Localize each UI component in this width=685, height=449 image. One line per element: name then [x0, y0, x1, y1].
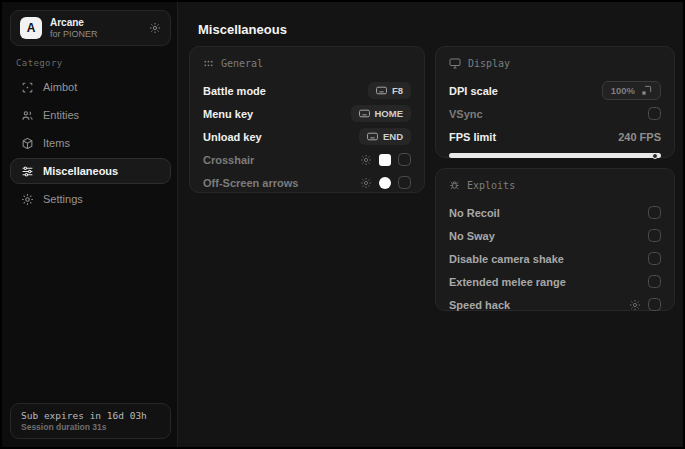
fps-slider-thumb[interactable]	[652, 153, 658, 159]
speed-hack-config-gear-icon[interactable]	[629, 299, 641, 311]
menu-key-keybind[interactable]: HOME	[351, 105, 412, 122]
unload-key-keybind[interactable]: END	[359, 128, 411, 145]
crosshair-label: Crosshair	[203, 154, 254, 166]
vsync-label: VSync	[449, 108, 483, 120]
general-icon	[203, 58, 214, 69]
disable-camera-shake-label: Disable camera shake	[449, 253, 564, 265]
no-sway-checkbox[interactable]	[648, 229, 661, 242]
app-identity: Arcane for PIONER	[50, 17, 141, 40]
sidebar-item-items[interactable]: Items	[10, 130, 171, 156]
display-icon	[449, 58, 461, 69]
sub-expires-text: Sub expires in 16d 03h	[21, 410, 160, 421]
settings-gear-icon[interactable]	[149, 22, 161, 34]
sidebar-item-miscellaneous[interactable]: Miscellaneous	[10, 158, 171, 184]
keybind-value: HOME	[375, 108, 404, 119]
sidebar-item-entities[interactable]: Entities	[10, 102, 171, 128]
display-panel-header: Display	[449, 58, 661, 69]
exploits-bug-icon	[449, 180, 460, 191]
setting-row-menu-key: Menu key HOME	[203, 102, 411, 125]
general-panel: General Battle mode F8 Menu key	[189, 46, 425, 193]
app-logo: A	[20, 17, 42, 39]
offscreen-arrows-config-gear-icon[interactable]	[360, 177, 372, 189]
no-recoil-checkbox[interactable]	[648, 206, 661, 219]
keyboard-icon	[376, 86, 387, 95]
offscreen-arrows-color-swatch[interactable]	[379, 177, 391, 189]
display-panel-title: Display	[468, 58, 510, 69]
unload-key-label: Unload key	[203, 131, 262, 143]
dpi-scale-value: 100%	[611, 85, 635, 96]
category-label: Category	[16, 58, 63, 68]
logo-card: A Arcane for PIONER	[10, 10, 171, 46]
crosshair-checkbox[interactable]	[398, 153, 411, 166]
fps-limit-value: 240 FPS	[618, 131, 661, 143]
setting-row-unload-key: Unload key END	[203, 125, 411, 148]
setting-row-speed-hack: Speed hack	[449, 293, 661, 316]
menu-key-label: Menu key	[203, 108, 253, 120]
extended-melee-range-label: Extended melee range	[449, 276, 566, 288]
sidebar-item-label: Miscellaneous	[43, 165, 118, 177]
no-sway-label: No Sway	[449, 230, 495, 242]
crosshair-config-gear-icon[interactable]	[360, 154, 372, 166]
keybind-value: END	[383, 131, 403, 142]
fps-limit-slider[interactable]	[449, 153, 661, 158]
setting-row-no-recoil: No Recoil	[449, 201, 661, 224]
extended-melee-range-checkbox[interactable]	[648, 275, 661, 288]
items-icon	[21, 137, 34, 150]
vsync-checkbox[interactable]	[648, 107, 661, 120]
sidebar-item-label: Entities	[43, 109, 79, 121]
setting-row-fps-limit: FPS limit 240 FPS	[449, 125, 661, 148]
setting-row-extended-melee-range: Extended melee range	[449, 270, 661, 293]
offscreen-arrows-checkbox[interactable]	[398, 176, 411, 189]
display-panel: Display DPI scale 100% VSync	[435, 46, 675, 158]
app-name: Arcane	[50, 17, 141, 29]
app-window: A Arcane for PIONER Category	[2, 2, 683, 447]
sidebar-item-label: Aimbot	[43, 81, 77, 93]
settings-icon	[21, 193, 34, 206]
setting-row-vsync: VSync	[449, 102, 661, 125]
setting-row-disable-camera-shake: Disable camera shake	[449, 247, 661, 270]
sidebar-item-settings[interactable]: Settings	[10, 186, 171, 212]
main-content: Miscellaneous General Battle mode	[178, 2, 683, 447]
battle-mode-keybind[interactable]: F8	[368, 82, 411, 99]
speed-hack-label: Speed hack	[449, 299, 510, 311]
dpi-scale-label: DPI scale	[449, 85, 498, 97]
general-panel-title: General	[221, 58, 263, 69]
scale-icon	[641, 85, 652, 96]
disable-camera-shake-checkbox[interactable]	[648, 252, 661, 265]
exploits-panel-header: Exploits	[449, 180, 661, 191]
setting-row-battle-mode: Battle mode F8	[203, 79, 411, 102]
dpi-scale-select[interactable]: 100%	[602, 81, 661, 100]
sidebar-nav: Aimbot Entities	[10, 74, 171, 214]
subscription-card: Sub expires in 16d 03h Session duration …	[10, 403, 171, 439]
battle-mode-label: Battle mode	[203, 85, 266, 97]
general-panel-header: General	[203, 58, 411, 69]
sidebar-item-label: Settings	[43, 193, 83, 205]
setting-row-offscreen-arrows: Off-Screen arrows	[203, 171, 411, 194]
sidebar-item-aimbot[interactable]: Aimbot	[10, 74, 171, 100]
entities-icon	[21, 109, 34, 122]
session-duration-text: Session duration 31s	[21, 422, 160, 432]
offscreen-arrows-label: Off-Screen arrows	[203, 177, 298, 189]
miscellaneous-icon	[21, 165, 34, 178]
app-subtitle: for PIONER	[50, 29, 141, 40]
fps-limit-label: FPS limit	[449, 131, 496, 143]
no-recoil-label: No Recoil	[449, 207, 500, 219]
page-title: Miscellaneous	[198, 22, 287, 37]
aimbot-icon	[21, 81, 34, 94]
setting-row-no-sway: No Sway	[449, 224, 661, 247]
crosshair-color-swatch[interactable]	[379, 154, 391, 166]
sidebar: A Arcane for PIONER Category	[2, 2, 178, 447]
keyboard-icon	[359, 109, 370, 118]
keyboard-icon	[367, 132, 378, 141]
keybind-value: F8	[392, 85, 403, 96]
setting-row-dpi-scale: DPI scale 100%	[449, 79, 661, 102]
speed-hack-checkbox[interactable]	[648, 298, 661, 311]
sidebar-item-label: Items	[43, 137, 70, 149]
setting-row-crosshair: Crosshair	[203, 148, 411, 171]
exploits-panel: Exploits No Recoil No Sway Disable camer…	[435, 168, 675, 311]
exploits-panel-title: Exploits	[467, 180, 515, 191]
